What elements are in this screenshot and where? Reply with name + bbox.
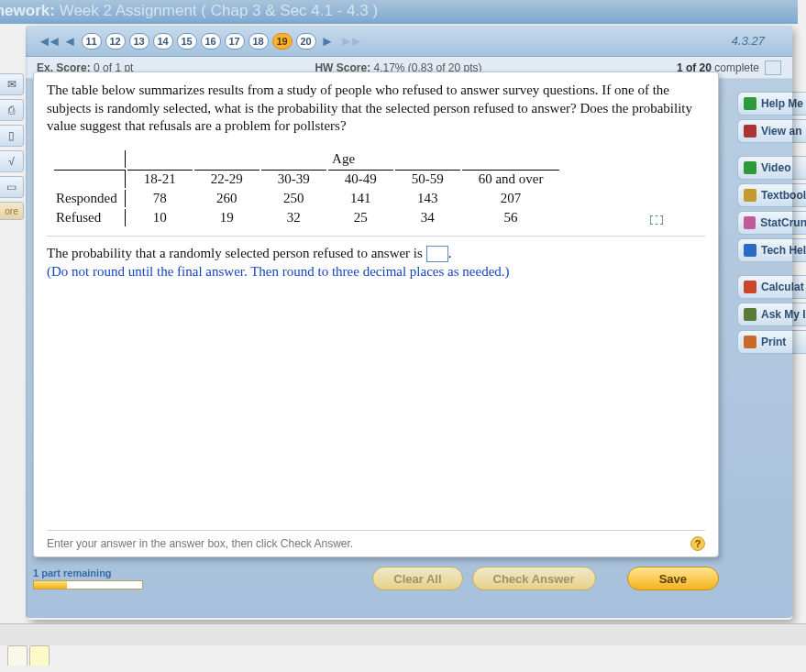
- footer-hint-bar: Enter your answer in the answer box, the…: [47, 530, 705, 551]
- col-header: 60 and over: [462, 170, 560, 188]
- side-label: StatCrun: [760, 216, 806, 229]
- question-pill-15[interactable]: 15: [177, 33, 197, 50]
- statcrunch-icon: [744, 216, 756, 229]
- side-statcrunch-button[interactable]: StatCrun: [737, 211, 806, 235]
- side-calculator-button[interactable]: Calculat: [737, 275, 806, 299]
- last-arrow-icon[interactable]: ►►: [339, 33, 359, 49]
- divider: [47, 236, 705, 237]
- left-tab-5[interactable]: ▭: [0, 176, 24, 198]
- prompt-text-a: The probability that a randomly selected…: [47, 246, 426, 260]
- side-tools: Help MeView anVideoTextboolStatCrunTech …: [737, 92, 806, 358]
- side-label: Calculat: [761, 281, 804, 293]
- check-answer-button[interactable]: Check Answer: [472, 567, 596, 590]
- answer-input[interactable]: [426, 246, 448, 262]
- side-label: Textbool: [761, 189, 806, 202]
- age-header: Age: [127, 150, 560, 168]
- progress: 1 part remaining: [33, 567, 143, 589]
- data-table: Age 18-2122-2930-3940-4950-5960 and over…: [52, 149, 561, 228]
- side-label: Help Me: [761, 97, 803, 110]
- ask-instructor-icon: [744, 308, 756, 321]
- save-button[interactable]: Save: [627, 567, 719, 590]
- table-cell: 25: [328, 209, 393, 226]
- table-cell: 260: [194, 190, 259, 207]
- question-pill-12[interactable]: 12: [105, 33, 126, 50]
- col-header: 22-29: [194, 170, 259, 188]
- window-title: nework: Week 2 Assignment ( Chap 3 & Sec…: [0, 0, 798, 24]
- table-cell: 78: [127, 190, 193, 207]
- print-icon: [744, 336, 756, 348]
- col-header: 18-21: [127, 170, 193, 188]
- table-cell: 34: [395, 209, 460, 226]
- textbook-icon: [744, 189, 756, 202]
- col-header: 50-59: [395, 170, 460, 188]
- table-cell: 141: [328, 190, 393, 207]
- side-print-button[interactable]: Print: [737, 330, 806, 354]
- sheet-tab-2[interactable]: [29, 645, 50, 666]
- left-tab-score[interactable]: ore: [0, 202, 24, 220]
- tech-help-icon: [744, 244, 756, 257]
- question-card: The table below summarizes results from …: [33, 72, 719, 557]
- clear-all-button[interactable]: Clear All: [372, 567, 462, 590]
- side-label: Print: [761, 336, 786, 348]
- side-video-button[interactable]: Video: [737, 156, 806, 180]
- question-pill-20[interactable]: 20: [296, 33, 316, 50]
- side-ask-instructor-button[interactable]: Ask My I: [737, 303, 806, 326]
- answer-prompt: The probability that a randomly selected…: [47, 246, 705, 263]
- col-header: 30-39: [261, 170, 326, 188]
- side-textbook-button[interactable]: Textbool: [737, 183, 806, 207]
- side-tech-help-button[interactable]: Tech Hel: [737, 238, 806, 262]
- view-an-icon: [744, 125, 756, 138]
- question-pill-16[interactable]: 16: [201, 33, 221, 50]
- progress-label: 1 part remaining: [33, 567, 143, 578]
- left-tab-rail: ✉ ⎙ ▯ √ ▭ ore: [0, 73, 26, 224]
- question-ref: 4.3.27: [732, 34, 765, 48]
- table-cell: 250: [261, 190, 326, 207]
- left-tab-4[interactable]: √: [0, 150, 24, 172]
- hw-prefix: nework:: [0, 2, 55, 19]
- table-popout-icon[interactable]: [650, 215, 663, 225]
- next-arrow-icon[interactable]: ►: [321, 33, 335, 49]
- col-header: 40-49: [328, 170, 393, 188]
- side-help-me-button[interactable]: Help Me: [737, 92, 806, 116]
- left-tab-1[interactable]: ✉: [0, 73, 24, 95]
- prompt-text-b: .: [448, 246, 452, 260]
- table-cell: 56: [462, 209, 560, 226]
- question-pill-17[interactable]: 17: [225, 33, 245, 50]
- popout-icon[interactable]: [765, 61, 781, 75]
- side-label: Video: [761, 161, 790, 174]
- sheet-tab-1[interactable]: [7, 645, 28, 666]
- question-pill-19[interactable]: 19: [272, 33, 293, 50]
- sheet-tabs: [7, 645, 51, 667]
- progress-bar: [33, 580, 143, 589]
- row-label-responded: Responded: [54, 190, 126, 207]
- question-pill-14[interactable]: 14: [153, 33, 173, 50]
- footer-hint-text: Enter your answer in the answer box, the…: [47, 537, 353, 550]
- question-nav: ◄◄ ◄ 11121314151617181920 ► ►► 4.3.27: [26, 26, 792, 57]
- question-pill-11[interactable]: 11: [82, 33, 102, 50]
- action-bar: 1 part remaining Clear All Check Answer …: [33, 567, 719, 590]
- table-cell: 10: [127, 209, 193, 226]
- prev-arrow-icon[interactable]: ◄: [63, 33, 77, 49]
- assignment-name: Week 2 Assignment ( Chap 3 & Sec 4.1 - 4…: [60, 2, 378, 19]
- statusbar: [0, 623, 806, 645]
- table-cell: 19: [194, 209, 259, 226]
- question-pill-18[interactable]: 18: [248, 33, 269, 50]
- side-label: View an: [761, 125, 801, 138]
- side-label: Ask My I: [761, 308, 806, 321]
- complete-word: complete: [714, 61, 759, 74]
- rounding-note: (Do not round until the final answer. Th…: [47, 264, 705, 280]
- side-view-an-button[interactable]: View an: [737, 119, 806, 143]
- question-pill-13[interactable]: 13: [129, 33, 149, 50]
- calculator-icon: [744, 281, 756, 293]
- table-cell: 207: [462, 190, 560, 207]
- table-cell: 32: [261, 209, 326, 226]
- left-tab-2[interactable]: ⎙: [0, 99, 24, 121]
- first-arrow-icon[interactable]: ◄◄: [38, 33, 58, 49]
- table-cell: 143: [395, 190, 460, 207]
- help-me-icon: [744, 97, 756, 110]
- question-text: The table below summarizes results from …: [47, 82, 705, 136]
- help-icon[interactable]: ?: [690, 536, 705, 551]
- video-icon: [744, 161, 756, 174]
- side-label: Tech Hel: [761, 244, 806, 257]
- left-tab-3[interactable]: ▯: [0, 125, 24, 147]
